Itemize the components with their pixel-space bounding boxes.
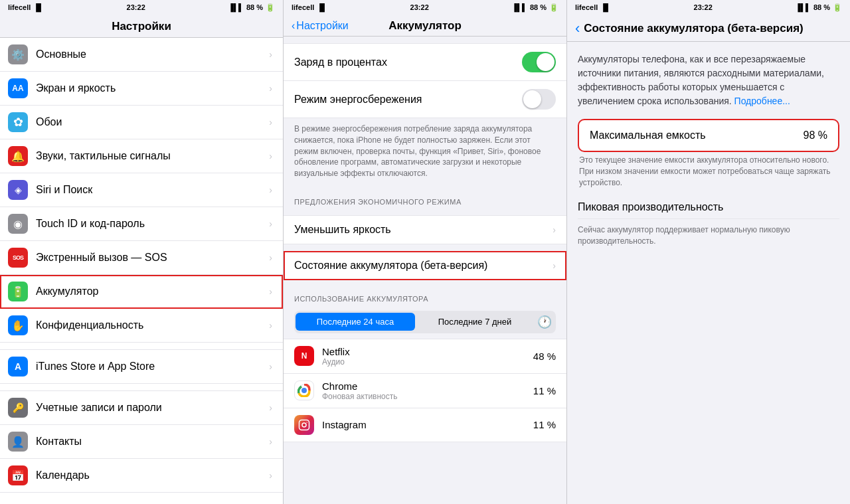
svg-point-3 <box>302 423 306 427</box>
usage-section-title: ИСПОЛЬЗОВАНИЕ АККУМУЛЯТОРА <box>294 295 428 303</box>
economy-section-title: ПРЕДЛОЖЕНИЯ ЭКОНОМИЧНОГО РЕЖИМА <box>294 198 462 206</box>
svg-rect-2 <box>299 420 309 430</box>
tab-7d[interactable]: Последние 7 дней <box>415 313 535 331</box>
carrier-1: lifecell <box>8 3 31 11</box>
sounds-chevron: › <box>269 151 272 161</box>
time-tabs: Последние 24 часа Последние 7 дней 🕐 <box>294 311 556 333</box>
lowpower-toggle[interactable] <box>522 89 556 110</box>
svg-point-1 <box>301 388 307 393</box>
time-icon[interactable]: 🕐 <box>535 312 554 332</box>
battery-2: 88 % <box>530 3 547 11</box>
reduce-brightness-chevron: › <box>552 224 556 235</box>
wallpaper-label: Обои <box>36 116 264 128</box>
netflix-sub: Аудио <box>322 357 533 367</box>
battery-status-header: ‹ Состояние аккумулятора (бета-версия) <box>567 15 850 42</box>
app-usage-chrome[interactable]: Chrome Фоновая активность 11 % <box>284 374 566 408</box>
sidebar-item-sounds[interactable]: 🔔 Звуки, тактильные сигналы › <box>0 139 283 173</box>
sos-chevron: › <box>269 252 272 263</box>
battery-icon: 🔋 <box>8 282 28 301</box>
battery-status-panel: ‹ Состояние аккумулятора (бета-версия) А… <box>567 15 850 504</box>
sidebar-item-siri[interactable]: ◈ Siri и Поиск › <box>0 173 283 207</box>
settings-panel: Настройки ⚙️ Основные › AA Экран и яркос… <box>0 15 284 504</box>
touchid-chevron: › <box>269 218 272 229</box>
privacy-chevron: › <box>269 320 272 331</box>
app-usage-instagram[interactable]: Instagram 11 % <box>284 408 566 442</box>
signal-bars-1: ▐▌▌ <box>228 3 244 11</box>
battery-icon-1: 🔋 <box>266 3 275 12</box>
sidebar-item-itunes[interactable]: A iTunes Store и App Store › <box>0 349 283 384</box>
status-left-1: lifecell ▐▌ <box>8 3 44 11</box>
siri-label: Siri и Поиск <box>36 184 264 196</box>
netflix-name: Netflix <box>322 346 533 357</box>
touchid-icon: ◉ <box>8 214 28 234</box>
tab-24h[interactable]: Последние 24 часа <box>296 313 415 331</box>
lowpower-toggle-knob <box>523 90 541 108</box>
signal-icon-2: ▐▌ <box>317 3 327 11</box>
toggle-section: Заряд в процентах Режим энергосбережения <box>284 43 566 118</box>
battery-status-item[interactable]: Состояние аккумулятора (бета-версия) › <box>284 251 566 280</box>
sidebar-item-contacts[interactable]: 👤 Контакты › <box>0 425 283 459</box>
status-right-1: ▐▌▌ 88 % 🔋 <box>228 3 275 12</box>
capacity-desc: Это текущее значение емкости аккумулятор… <box>578 155 839 188</box>
sounds-icon: 🔔 <box>8 146 28 166</box>
battery-description: Аккумуляторы телефона, как и все перезар… <box>578 52 839 108</box>
percent-toggle[interactable] <box>522 52 556 72</box>
sidebar-item-battery[interactable]: 🔋 Аккумулятор › <box>0 275 283 309</box>
lowpower-label: Режим энергосбережения <box>294 94 522 106</box>
status-bar: lifecell ▐▌ 23:22 ▐▌▌ 88 % 🔋 lifecell ▐▌… <box>0 0 850 15</box>
battery-panel-header: ‹ Настройки Аккумулятор <box>284 15 566 37</box>
general-label: Основные <box>36 48 264 60</box>
status-left-3: lifecell ▐▌ <box>575 3 611 11</box>
sidebar-item-touchid[interactable]: ◉ Touch ID и код-пароль › <box>0 207 283 241</box>
battery-label: Аккумулятор <box>36 286 264 297</box>
calendar-icon: 📅 <box>8 465 28 485</box>
toggle-row-percent: Заряд в процентах <box>284 44 566 81</box>
chrome-name: Chrome <box>322 380 533 392</box>
battery-status-back-btn[interactable]: ‹ <box>575 20 580 37</box>
contacts-chevron: › <box>269 436 272 447</box>
back-button[interactable]: ‹ Настройки <box>292 20 349 32</box>
sidebar-item-display[interactable]: AA Экран и яркость › <box>0 72 283 106</box>
tab-24h-label: Последние 24 часа <box>317 317 394 327</box>
status-left-2: lifecell ▐▌ <box>292 3 327 11</box>
sidebar-item-calendar[interactable]: 📅 Календарь › <box>0 459 283 493</box>
siri-icon: ◈ <box>8 180 28 200</box>
battery-panel-content: Заряд в процентах Режим энергосбережения… <box>284 37 566 504</box>
app-usage-list: N Netflix Аудио 48 % <box>284 339 566 442</box>
reduce-brightness-item[interactable]: Уменьшить яркость › <box>284 215 566 244</box>
status-right-2: ▐▌▌ 88 % 🔋 <box>512 3 558 12</box>
sidebar-item-privacy[interactable]: ✋ Конфиденциальность › <box>0 309 283 343</box>
instagram-info: Instagram <box>322 419 533 430</box>
capacity-value: 98 % <box>804 129 827 141</box>
battery-panel-title: Аккумулятор <box>388 19 462 33</box>
main-panels: Настройки ⚙️ Основные › AA Экран и яркос… <box>0 15 850 504</box>
netflix-info: Netflix Аудио <box>322 346 533 367</box>
settings-list: ⚙️ Основные › AA Экран и яркость › ✿ Обо… <box>0 38 283 504</box>
status-right-3: ▐▌▌ 88 % 🔋 <box>796 3 842 12</box>
sounds-label: Звуки, тактильные сигналы <box>36 150 264 162</box>
battery-status-title: Состояние аккумулятора (бета-версия) <box>584 22 803 35</box>
battery-icon-3: 🔋 <box>833 3 842 12</box>
battery-1: 88 % <box>246 3 263 11</box>
itunes-icon: A <box>8 357 28 377</box>
sidebar-item-wallpaper[interactable]: ✿ Обои › <box>0 106 283 139</box>
economy-section-header: ПРЕДЛОЖЕНИЯ ЭКОНОМИЧНОГО РЕЖИМА <box>284 194 566 209</box>
accounts-chevron: › <box>269 402 272 413</box>
app-usage-netflix[interactable]: N Netflix Аудио 48 % <box>284 339 566 374</box>
learn-more-link[interactable]: Подробнее... <box>734 96 790 106</box>
percent-label: Заряд в процентах <box>294 56 522 68</box>
usage-section-header: ИСПОЛЬЗОВАНИЕ АККУМУЛЯТОРА <box>284 291 566 305</box>
carrier-2: lifecell <box>292 3 314 11</box>
status-panel-3: lifecell ▐▌ 23:22 ▐▌▌ 88 % 🔋 <box>567 0 850 15</box>
display-label: Экран и яркость <box>36 82 264 94</box>
battery-usage-section: ИСПОЛЬЗОВАНИЕ АККУМУЛЯТОРА Последние 24 … <box>284 291 566 442</box>
sidebar-item-accounts[interactable]: 🔑 Учетные записи и пароли › <box>0 390 283 425</box>
info-text: В режиме энергосбережения потребление за… <box>294 124 541 178</box>
calendar-label: Календарь <box>36 469 264 481</box>
settings-title: Настройки <box>112 20 171 33</box>
chrome-sub: Фоновая активность <box>322 392 533 401</box>
reduce-brightness-label: Уменьшить яркость <box>294 224 547 236</box>
instagram-pct: 11 % <box>533 419 556 430</box>
sidebar-item-sos[interactable]: SOS Экстренный вызов — SOS › <box>0 241 283 275</box>
sidebar-item-general[interactable]: ⚙️ Основные › <box>0 38 283 72</box>
